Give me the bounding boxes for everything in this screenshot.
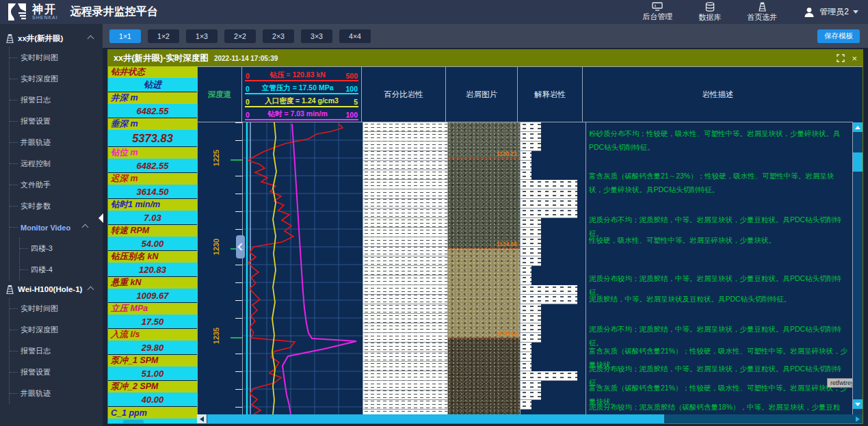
tree-item-报警设置[interactable]: 报警设置 [10,111,103,132]
interp-lithology-cell [521,276,531,285]
lithology-description: 泥质胶结，中等。岩屑呈块状及豆粒状。具PDC钻头切削特征。 [589,292,848,306]
tree-item-四楼-4[interactable]: 四楼-4 [20,259,103,280]
vertical-scrollbar[interactable] [853,122,863,414]
param-row-迟深 m: 迟深 m3614.50 [108,173,197,199]
param-label: 钻位 m [108,147,197,159]
layout-button-1x3[interactable]: 1×3 [186,29,218,43]
scroll-left-button[interactable] [197,414,207,423]
interp-lithology-cell [521,199,577,209]
tree-item-井眼轨迹[interactable]: 井眼轨迹 [10,383,103,404]
plot-collapse-handle[interactable] [236,235,245,258]
sidebar-collapse-arrow[interactable] [98,213,103,223]
scroll-down-button[interactable] [853,399,863,409]
depth-track-header: 深度道 [197,66,241,122]
scroll-right-button[interactable] [853,414,863,423]
param-value: 6482.55 [108,104,197,118]
param-label: 钻压别名 kN [108,251,197,263]
app-window: 神开 SHENKAI 远程录井监控平台 后台管理 数据库 [0,0,868,426]
parameter-column: 钻井状态钻进井深 m6482.55垂深 m5373.83钻位 m6482.55迟… [108,66,197,423]
layout-button-2x3[interactable]: 2×3 [263,29,294,43]
layout-button-3x3[interactable]: 3×3 [301,29,332,43]
tree-item-井眼轨迹[interactable]: 井眼轨迹 [10,132,103,153]
tree-item-远程控制[interactable]: 远程控制 [10,153,103,174]
app-title: 远程录井监控平台 [70,5,158,19]
cuttings-photo [448,248,520,338]
legend-row-入口密度[interactable]: 0入口密度 = 1.24 g/cm35 [245,94,358,107]
user-name: 管理员2 [819,6,849,18]
percent-lithology-column [363,122,447,414]
param-value: 29.80 [108,341,197,354]
interp-lithology-cell [521,180,577,189]
nav-backend-admin[interactable]: 后台管理 [642,2,672,22]
depth-minor-tick [235,371,242,372]
interp-lithology-cell [521,343,531,352]
photo-depth-line [448,338,520,338]
save-template-button[interactable]: 保存模板 [817,29,860,43]
interp-lithology-cell [521,390,541,400]
chart-body-row: 122512301235 1130.211134.651138.74 粉砂质分布… [197,122,863,414]
tree-item-实时时间图[interactable]: 实时时间图 [10,47,103,68]
collapse-chevron-icon [88,286,94,293]
legend-row-钻压[interactable]: 0钻压 = 120.83 kN500 [245,68,358,81]
tree-item-实时时间图[interactable]: 实时时间图 [10,298,103,319]
tree-item-文件助手[interactable]: 文件助手 [10,174,103,196]
layout-button-1x1[interactable]: 1×1 [109,29,141,43]
depth-minor-tick [235,407,242,408]
user-menu[interactable]: 管理员2 [803,6,858,18]
depth-minor-tick [235,211,242,212]
tree-item-报警日志[interactable]: 报警日志 [10,341,103,362]
nav-database[interactable]: 数据库 [698,2,721,23]
interp-lithology-cell [521,333,541,343]
param-label: 泵冲_2 SPM [108,381,197,392]
layout-button-4x4[interactable]: 4×4 [339,29,371,43]
interp-lithology-cell [521,132,541,142]
well-node-xx井(新井眼)[interactable]: xx井(新井眼) [0,29,103,47]
param-row-钻时1 min/m: 钻时1 min/m7.03 [108,199,197,225]
photo-depth-line [448,248,520,249]
interp-lithology-cell [521,218,541,228]
well-node-Wei-H100(Hole-1)[interactable]: Wei-H100(Hole-1) [0,280,103,298]
depth-minor-tick [235,122,242,123]
param-label: 立压 MPa [108,303,197,315]
tree-item-实时参数[interactable]: 实时参数 [10,196,103,217]
param-value: 3614.50 [108,185,197,198]
legend-row-钻时[interactable]: 0钻时 = 7.03 min/m100 [245,107,358,120]
lithology-description: 性较硬，吸水性、可塑性中等。岩屑呈碎块状，少量块状。 [589,233,848,247]
interp-lithology-cell [521,266,531,276]
lithology-description: 粉砂质分布不均；性较硬，吸水性、可塑性中等。岩屑呈块状，少量碎块状。具PDC钻头… [589,127,848,155]
depth-label: 1225 [212,150,220,166]
chevron-down-icon [853,10,858,14]
interp-lithology-cell [521,371,577,381]
tree-item-monitor-video[interactable]: Monitor Video [10,217,103,238]
tree-item-报警设置[interactable]: 报警设置 [10,362,103,383]
param-dropdown-button[interactable] [123,420,144,423]
photo-depth-label: 1130.21 [497,150,517,157]
layout-button-2x2[interactable]: 2×2 [224,29,256,43]
legend-row-立管压力[interactable]: 0立管压力 = 17.50 MPa100 [245,81,358,94]
interp-lithology-cell [521,228,541,237]
lithology-description: 泥质分布较均；泥灰质胶结（碳酸钙含量18%），中等。岩屑呈块状，少量豆粒状。具P… [589,400,848,414]
param-label: 垂深 m [108,118,197,130]
horizontal-scroll-thumb[interactable] [207,414,664,423]
hover-tooltip: retfwtrey [827,378,853,388]
tree-item-实时深度图[interactable]: 实时深度图 [10,68,103,90]
fullscreen-icon[interactable] [837,54,845,62]
param-row-井深 m: 井深 m6482.55 [108,92,197,118]
horizontal-scrollbar[interactable] [197,414,863,423]
scroll-up-button[interactable] [853,122,863,132]
nav-home-well-select[interactable]: 首页选井 [747,2,777,23]
interp-lithology-cell [521,189,577,199]
tree-item-实时深度图[interactable]: 实时深度图 [10,319,103,341]
param-value: --- [108,418,197,423]
layout-button-1x2[interactable]: 1×2 [148,29,179,43]
tree-item-四楼-3[interactable]: 四楼-3 [20,238,103,259]
depth-minor-tick [235,389,242,390]
interp-lithology-cell [521,122,541,132]
vertical-scroll-thumb[interactable] [853,152,863,172]
interp-lithology-cell [521,314,541,323]
tree-item-报警日志[interactable]: 报警日志 [10,90,103,111]
close-icon[interactable]: × [852,54,857,63]
param-label: 钻时1 min/m [108,199,197,211]
interp-lithology-cell [521,170,531,180]
photo-depth-line [448,158,520,159]
